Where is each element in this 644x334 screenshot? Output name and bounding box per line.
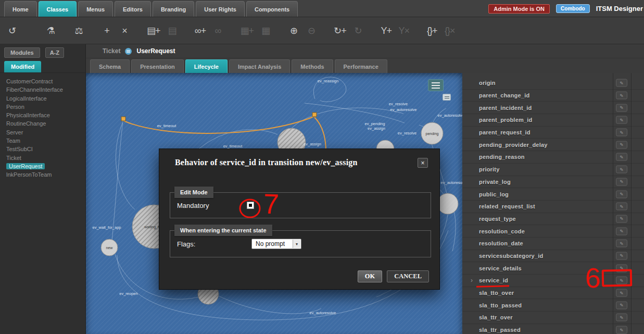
attribute-row-origin[interactable]: origin✎ [462,77,644,90]
sidebar-class-routinechange[interactable]: RoutineChange [6,119,85,128]
nav-tab-branding[interactable]: Branding [153,1,194,17]
edit-attribute-icon[interactable]: ✎ [616,252,627,259]
edit-attribute-icon[interactable]: ✎ [616,264,627,272]
diagram-legend-button[interactable] [443,94,451,101]
sidebar-class-logicalinterface[interactable]: LogicalInterface [6,94,85,103]
ok-button[interactable]: OK [358,270,382,282]
attribute-row-parent-problem-id[interactable]: parent_problem_id✎ [462,114,644,127]
class-list: CustomerContractFiberChannelInterfaceLog… [0,77,85,179]
attribute-row-pending-reason[interactable]: pending_reason✎ [462,151,644,164]
add-search-icon[interactable]: ⊕ [288,26,299,35]
edit-attribute-icon[interactable]: ✎ [616,215,627,222]
attribute-row-request-type[interactable]: request_type✎ [462,213,644,226]
tab-lifecycle[interactable]: Lifecycle [185,59,228,73]
attribute-row-related-request-list[interactable]: related_request_list✎ [462,201,644,213]
transition-handle[interactable] [312,113,317,117]
attribute-row-public-log[interactable]: public_log✎ [462,188,644,201]
sidebar-class-userrequest[interactable]: UserRequest [6,162,85,170]
sidebar-class-physicalinterface[interactable]: PhysicalInterface [6,111,85,119]
attribute-row-sla-ttr-over[interactable]: sla_ttr_over✎ [462,312,644,324]
diagram-menu-button[interactable] [428,79,444,91]
nav-tab-editors[interactable]: Editors [115,1,151,17]
transition-label: ev_autoresolve [438,113,462,118]
attribute-row-private-log[interactable]: private_log✎ [462,176,644,189]
sort-az-button[interactable]: A-Z [45,47,64,58]
edit-attribute-icon[interactable]: ✎ [616,326,627,334]
modified-filter-tab[interactable]: Modified [4,61,41,72]
nav-tab-home[interactable]: Home [4,1,37,17]
add-class-icon[interactable]: ▤+ [147,26,160,35]
edit-attribute-icon[interactable]: ✎ [616,314,627,321]
cancel-button[interactable]: CANCEL [387,270,429,282]
attribute-row-service-id[interactable]: ›service_id✎ [462,275,644,287]
edit-attribute-icon[interactable]: ✎ [616,227,627,235]
attribute-row-servicesubcategory-id[interactable]: servicesubcategory_id✎ [462,250,644,263]
edit-attribute-icon[interactable]: ✎ [616,92,627,100]
edit-attribute-icon[interactable]: ✎ [616,141,627,149]
sidebar-class-server[interactable]: Server [6,128,85,137]
close-icon[interactable]: × [418,158,428,168]
modules-button[interactable]: Modules [4,47,40,58]
attribute-row-priority[interactable]: priority✎ [462,164,644,176]
combodo-badge[interactable]: Combodo [556,4,590,13]
remove-braces-icon: {}× [444,26,456,35]
add-lifecycle-icon[interactable]: ↻+ [334,26,346,35]
mandatory-checkbox[interactable] [247,202,254,209]
state-node[interactable] [437,193,458,214]
edit-attribute-icon[interactable]: ✎ [616,116,627,124]
attribute-row-sla-tto-over[interactable]: sla_tto_over✎ [462,287,644,300]
scales-icon[interactable]: ⚖ [73,26,84,35]
edit-attribute-icon[interactable]: ✎ [616,166,627,174]
attribute-row-resolution-date[interactable]: resolution_date✎ [462,238,644,250]
tab-impact-analysis[interactable]: Impact Analysis [229,59,290,73]
transition-handle[interactable] [121,117,125,121]
attribute-row-sla-ttr-passed[interactable]: sla_ttr_passed✎ [462,324,644,334]
edit-attribute-icon[interactable]: ✎ [616,190,627,198]
attribute-row-sla-tto-passed[interactable]: sla_tto_passed✎ [462,299,644,312]
attribute-row-parent-request-id[interactable]: parent_request_id✎ [462,127,644,139]
flask-icon[interactable]: ⚗ [45,26,56,35]
edit-attribute-icon[interactable]: ✎ [616,79,627,87]
edit-attribute-icon[interactable]: ✎ [616,301,627,309]
transition-label: ev_assign [304,142,321,146]
tab-presentation[interactable]: Presentation [131,59,184,73]
attribute-row-pending-provider-delay[interactable]: pending_provider_delay✎ [462,139,644,151]
attribute-row-parent-incident-id[interactable]: parent_incident_id✎ [462,102,644,114]
add-branch-icon[interactable]: Y+ [381,26,392,35]
attribute-row-parent-change-id[interactable]: parent_change_id✎ [462,90,644,102]
edit-attribute-icon[interactable]: ✎ [616,240,627,248]
edit-attribute-icon[interactable]: ✎ [616,277,627,284]
sidebar-class-lnkpersontoteam[interactable]: lnkPersonToTeam [6,170,85,179]
sidebar-class-person[interactable]: Person [6,103,85,111]
tab-performance[interactable]: Performance [335,59,387,73]
sidebar-class-ticket[interactable]: Ticket [6,154,85,162]
nav-tab-user-rights[interactable]: User Rights [196,1,245,17]
attribute-row-resolution-code[interactable]: resolution_code✎ [462,225,644,238]
sidebar-class-team[interactable]: Team [6,137,85,145]
edit-attribute-icon[interactable]: ✎ [616,289,627,297]
attribute-row-service-details[interactable]: service_details✎ [462,262,644,275]
add-braces-icon[interactable]: {}+ [426,26,438,35]
sidebar-class-fiberchannelinterface[interactable]: FiberChannelInterface [6,85,85,94]
edit-attribute-icon[interactable]: ✎ [616,129,627,137]
flags-select[interactable]: No prompt ▾ [251,239,301,249]
sidebar-class-testsubci[interactable]: TestSubCI [6,145,85,153]
tab-schema[interactable]: Schema [90,59,130,73]
add-icon[interactable]: + [101,26,112,35]
nav-tab-menus[interactable]: Menus [78,1,113,17]
delete-icon[interactable]: × [119,26,130,35]
add-link-icon[interactable]: ∞+ [195,26,206,35]
transition-label: ev_timeout [223,144,243,149]
undo-icon[interactable]: ↺ [6,26,18,35]
edit-attribute-icon[interactable]: ✎ [616,178,627,185]
attribute-name: sla_tto_passed [479,302,522,308]
edit-attribute-icon[interactable]: ✎ [616,153,627,161]
edit-attribute-icon[interactable]: ✎ [616,203,627,211]
breadcrumb-parent-class[interactable]: Ticket [103,47,120,55]
sidebar-header: Modules A-Z Modified [0,44,85,73]
nav-tab-components[interactable]: Components [246,1,298,17]
nav-tab-classes[interactable]: Classes [39,1,77,17]
edit-attribute-icon[interactable]: ✎ [616,104,627,112]
tab-methods[interactable]: Methods [292,59,333,73]
sidebar-class-customercontract[interactable]: CustomerContract [6,77,85,85]
